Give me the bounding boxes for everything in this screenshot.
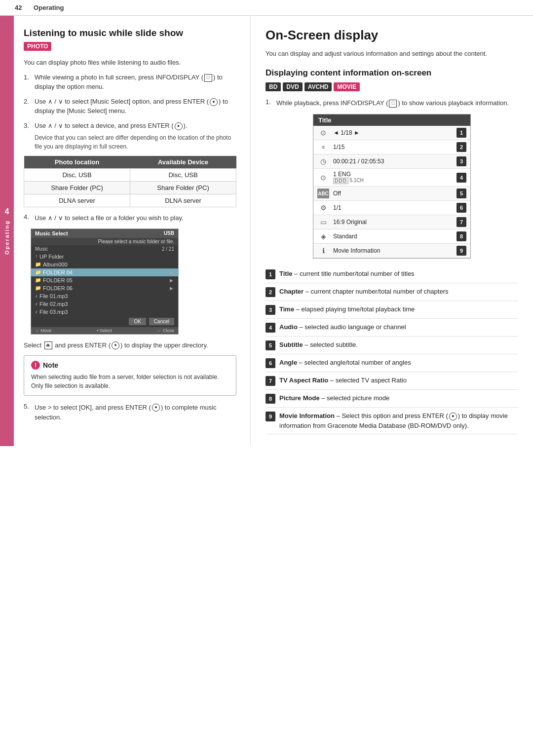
subsection-title: Displaying content information on-screen [266, 68, 518, 78]
badge-avchd: AVCHD [305, 82, 332, 91]
photo-badge-row: PHOTO [24, 42, 236, 51]
step-5-wrapper: 5. Use > to select [OK], and press ENTER… [24, 403, 236, 422]
badge-dvd: DVD [283, 82, 302, 91]
step-1: 1. While viewing a photo in full screen,… [24, 73, 236, 92]
folder-icon: ⏏ [44, 341, 52, 349]
device-table: Photo location Available Device Disc, US… [24, 156, 236, 207]
music-select-screenshot: Music Select USB Please select a music f… [31, 228, 179, 335]
step-4-wrapper: 4. Use ∧ / ∨ to select a file or a folde… [24, 213, 236, 223]
osd-row-9: ℹ Movie Information 9 [313, 244, 470, 258]
info-list: 1 Title – current title number/total num… [266, 265, 518, 434]
enter-icon-2: ● [175, 122, 183, 130]
steps-list: 1. While viewing a photo in full screen,… [24, 73, 236, 151]
header-section: Operating [34, 4, 64, 11]
time-icon: ◷ [317, 156, 329, 166]
header-bar: 42 Operating [0, 0, 533, 16]
left-tab: 4 Operating [0, 16, 14, 446]
cancel-button[interactable]: Cancel [149, 318, 174, 325]
display-icon-2: □ [389, 100, 397, 108]
ss-subtitle: Please select a music folder or file. [31, 238, 178, 245]
ss-footer: ← Move • Select ← Close [31, 327, 178, 334]
enter-icon-4: ● [152, 404, 160, 412]
osd-row-6: ⚙ 1/1 6 [313, 201, 470, 215]
table-row: DLNA server DLNA server [24, 194, 236, 207]
info-item-3: 3 Time – elapsed playing time/total play… [266, 301, 518, 319]
table-row: Share Folder (PC) Share Folder (PC) [24, 182, 236, 194]
ss-item-up: ↑ UP Folder [31, 253, 178, 261]
display-icon: □ [204, 74, 212, 82]
step-4-text: Use ∧ / ∨ to select a file or a folder y… [35, 213, 184, 223]
ss-header: Music Select USB [31, 229, 178, 238]
badge-bd: BD [266, 82, 281, 91]
tab-number: 4 [5, 207, 9, 216]
left-column: Listening to music while slide show PHOT… [14, 16, 251, 446]
ss-item-file03: ♪ File 03.mp3 [31, 308, 178, 316]
note-title-text: Note [43, 361, 58, 369]
subtitle-icon: ABC [317, 189, 329, 198]
info-item-9: 9 Movie Information – Select this option… [266, 408, 518, 434]
angle-icon: ⚙ [317, 203, 329, 213]
osd-row-3: ◷ 00:00:21 / 02:05:53 3 [313, 154, 470, 169]
left-section-title: Listening to music while slide show [24, 28, 236, 39]
enter-icon-5: ● [449, 413, 457, 420]
main-content: 4 Operating Listening to music while sli… [0, 16, 533, 446]
page-number: 42 [15, 4, 22, 11]
ss-item-folder05: 📁 FOLDER 05 ► [31, 276, 178, 284]
ss-item-folder06: 📁 FOLDER 06 ► [31, 284, 178, 292]
osd-row-7: ▭ 16:9 Original 7 [313, 215, 470, 229]
step-2: 2. Use ∧ / ∨ to select [Music Select] op… [24, 97, 236, 116]
ss-buttons: OK Cancel [31, 316, 178, 327]
info-item-4: 4 Audio – selected audio language or cha… [266, 319, 518, 337]
osd-panel: Title ⊙ ◄ 1/18 ► 1 ≡ 1/15 2 ◷ 00:00:21 /… [313, 114, 471, 259]
ss-label: Music 2 / 21 [31, 245, 178, 253]
ss-item-album: 📁 Album000 [31, 261, 178, 268]
osd-title: Title [313, 114, 470, 126]
table-header-location: Photo location [24, 156, 130, 169]
photo-badge: PHOTO [24, 42, 51, 51]
info-item-1: 1 Title – current title number/total num… [266, 265, 518, 283]
osd-row-4: ⊙ 1 ENG DDD 5.1CH 4 [313, 169, 470, 187]
info-item-6: 6 Angle – selected angle/total number of… [266, 354, 518, 372]
main-title: On-Screen display [266, 28, 518, 43]
note-text: When selecting audio file from a server,… [31, 373, 229, 390]
osd-row-2: ≡ 1/15 2 [313, 140, 470, 154]
tab-label: Operating [4, 220, 10, 255]
info-icon: ℹ [317, 246, 329, 256]
ss-item-file02: ♪ File 02.mp3 [31, 300, 178, 308]
info-item-2: 2 Chapter – current chapter number/total… [266, 283, 518, 301]
ok-button[interactable]: OK [129, 318, 146, 325]
right-step-1: 1. While playback, press INFO/DISPLAY (□… [266, 98, 518, 108]
ss-item-file01: ♪ File 01.mp3 [31, 292, 178, 300]
ddd-badge: DDD [333, 178, 348, 184]
enter-icon-3: ● [112, 341, 119, 349]
step-5-text: Use > to select [OK], and press ENTER (●… [35, 403, 236, 422]
audio-icon: ⊙ [317, 173, 329, 183]
right-intro: You can display and adjust various infor… [266, 49, 518, 59]
note-box: ! Note When selecting audio file from a … [24, 355, 236, 396]
aspect-icon: ▭ [317, 217, 329, 227]
chapter-icon: ≡ [317, 142, 329, 152]
left-intro: You can display photo files while listen… [24, 58, 236, 68]
disc-icon: ⊙ [317, 128, 329, 138]
select-text: Select ⏏ and press ENTER (●) to display … [24, 340, 236, 350]
osd-row-1: ⊙ ◄ 1/18 ► 1 [313, 126, 470, 140]
table-row: Disc, USB Disc, USB [24, 169, 236, 182]
note-icon: ! [31, 361, 40, 370]
info-item-8: 8 Picture Mode – selected picture mode [266, 390, 518, 408]
info-item-7: 7 TV Aspect Ratio – selected TV aspect R… [266, 372, 518, 390]
picture-icon: ◈ [317, 231, 329, 241]
enter-icon: ● [210, 98, 218, 106]
info-item-5: 5 Subtitle – selected subtitle. [266, 337, 518, 354]
osd-row-8: ◈ Standard 8 [313, 229, 470, 244]
right-column: On-Screen display You can display and ad… [251, 16, 533, 446]
page-container: 42 Operating 4 Operating Listening to mu… [0, 0, 533, 446]
ss-item-folder04: 📁 FOLDER 04 ► [31, 268, 178, 276]
osd-row-5: ABC Off 5 [313, 187, 470, 201]
badge-movie: MOVIE [334, 82, 360, 91]
table-header-device: Available Device [130, 156, 236, 169]
step-3: 3. Use ∧ / ∨ to select a device, and pre… [24, 121, 236, 151]
format-badge-row: BD DVD AVCHD MOVIE [266, 82, 518, 91]
